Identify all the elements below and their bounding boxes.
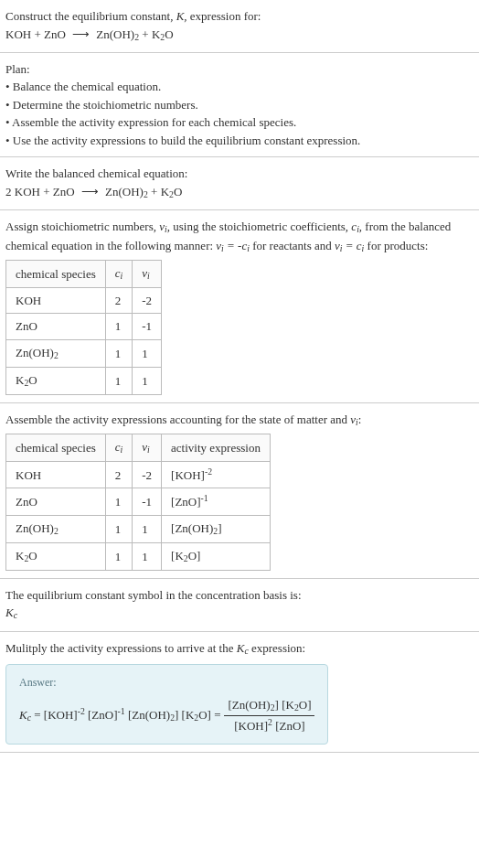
cell-activity: [Zn(OH)2]	[162, 515, 271, 542]
cell-nui: -2	[133, 287, 162, 314]
th-activity: activity expression	[162, 434, 271, 462]
symbol-line: The equilibrium constant symbol in the c…	[5, 586, 474, 605]
assign-nu: νi	[159, 220, 167, 233]
intro-section: Construct the equilibrium constant, K, e…	[0, 0, 479, 53]
plan-bullet-4: • Use the activity expressions to build …	[5, 132, 474, 150]
activity-heading-b: :	[358, 413, 362, 426]
assign-text-b: , using the stoichiometric coefficients,	[167, 220, 352, 233]
multiply-line-a: Mulitply the activity expressions to arr…	[5, 641, 237, 655]
kc-expression: Kc = [KOH]-2 [ZnO]-1 [Zn(OH)2] [K2O] = […	[19, 696, 314, 734]
table-row: Zn(OH)2 1 1	[6, 339, 162, 367]
plan-bullet-2: • Determine the stoichiometric numbers.	[5, 96, 474, 114]
cell-species: KOH	[6, 462, 106, 488]
cell-species: K2O	[6, 367, 106, 394]
kc-fraction: [Zn(OH)2] [K2O] [KOH]2 [ZnO]	[224, 696, 314, 734]
assign-text-e: for products:	[364, 239, 428, 252]
table-row: Zn(OH)2 1 1 [Zn(OH)2]	[6, 515, 271, 542]
cell-ci: 1	[105, 367, 133, 394]
th-species: chemical species	[6, 260, 106, 287]
cell-species: ZnO	[6, 488, 106, 515]
table-row: KOH 2 -2	[6, 287, 162, 314]
cell-ci: 1	[105, 488, 133, 515]
cell-nui: 1	[133, 515, 162, 542]
arrow-icon: ⟶	[81, 183, 99, 201]
table-row: ZnO 1 -1 [ZnO]-1	[6, 488, 271, 515]
activity-heading-a: Assemble the activity expressions accoun…	[5, 413, 350, 426]
plan-bullet-1: • Balance the chemical equation.	[5, 78, 474, 96]
th-nui: νi	[133, 260, 162, 287]
cell-ci: 1	[105, 314, 133, 340]
kc-symbol: Kc	[5, 604, 474, 623]
plan-bullet-3: • Assemble the activity expression for e…	[5, 113, 474, 132]
multiply-kc: Kc	[237, 641, 249, 655]
assign-rel1: νi = -ci	[216, 239, 250, 252]
table-row: K2O 1 1 [K2O]	[6, 542, 271, 570]
cell-species: ZnO	[6, 314, 106, 340]
activity-nu: νi	[350, 413, 358, 426]
th-species: chemical species	[6, 434, 106, 462]
cell-ci: 1	[105, 515, 133, 542]
plan-section: Plan: • Balance the chemical equation. •…	[0, 53, 479, 158]
symbol-section: The equilibrium constant symbol in the c…	[0, 579, 479, 632]
cell-ci: 2	[105, 287, 133, 314]
cell-nui: -2	[133, 462, 162, 488]
cell-species: Zn(OH)2	[6, 515, 106, 542]
th-ci: ci	[105, 260, 133, 287]
arrow-icon: ⟶	[72, 26, 90, 44]
cell-nui: 1	[133, 542, 162, 570]
table-header-row: chemical species ci νi activity expressi…	[6, 434, 271, 462]
assign-ci: ci	[351, 220, 359, 233]
multiply-section: Mulitply the activity expressions to arr…	[0, 632, 479, 754]
multiply-line-b: expression:	[249, 641, 305, 655]
cell-activity: [K2O]	[162, 542, 271, 570]
balanced-section: Write the balanced chemical equation: 2 …	[0, 157, 479, 210]
kc-lhs: Kc = [KOH]-2 [ZnO]-1 [Zn(OH)2] [K2O] =	[19, 705, 220, 725]
cell-species: Zn(OH)2	[6, 339, 106, 367]
stoich-table: chemical species ci νi KOH 2 -2 ZnO 1 -1…	[5, 260, 162, 395]
intro-text-a: Construct the equilibrium constant,	[5, 9, 176, 23]
fraction-numerator: [Zn(OH)2] [K2O]	[224, 696, 314, 716]
intro-text-b: , expression for:	[184, 9, 261, 23]
activity-table: chemical species ci νi activity expressi…	[5, 434, 271, 571]
cell-species: KOH	[6, 287, 106, 314]
cell-species: K2O	[6, 542, 106, 570]
intro-equation: KOH + ZnO ⟶ Zn(OH)2 + K2O	[5, 27, 174, 41]
cell-nui: 1	[133, 339, 162, 367]
th-nui: νi	[133, 434, 162, 462]
assign-text-a: Assign stoichiometric numbers,	[5, 220, 159, 233]
balanced-equation: 2 KOH + ZnO ⟶ Zn(OH)2 + K2O	[5, 185, 182, 198]
activity-section: Assemble the activity expressions accoun…	[0, 403, 479, 579]
cell-nui: 1	[133, 367, 162, 394]
cell-activity: [KOH]-2	[162, 462, 271, 488]
fraction-denominator: [KOH]2 [ZnO]	[230, 716, 308, 734]
table-row: K2O 1 1	[6, 367, 162, 394]
table-row: KOH 2 -2 [KOH]-2	[6, 462, 271, 488]
assign-section: Assign stoichiometric numbers, νi, using…	[0, 210, 479, 403]
assign-text-d: for reactants and	[250, 239, 335, 252]
table-row: ZnO 1 -1	[6, 314, 162, 340]
answer-label: Answer:	[19, 674, 314, 691]
cell-activity: [ZnO]-1	[162, 488, 271, 515]
plan-heading: Plan:	[5, 60, 474, 79]
cell-ci: 2	[105, 462, 133, 488]
cell-nui: -1	[133, 314, 162, 340]
th-ci: ci	[105, 434, 133, 462]
assign-rel2: νi = ci	[335, 239, 364, 252]
answer-box: Answer: Kc = [KOH]-2 [ZnO]-1 [Zn(OH)2] […	[5, 664, 328, 745]
cell-ci: 1	[105, 542, 133, 570]
balanced-heading: Write the balanced chemical equation:	[5, 165, 474, 183]
cell-ci: 1	[105, 339, 133, 367]
table-header-row: chemical species ci νi	[6, 260, 162, 287]
cell-nui: -1	[133, 488, 162, 515]
